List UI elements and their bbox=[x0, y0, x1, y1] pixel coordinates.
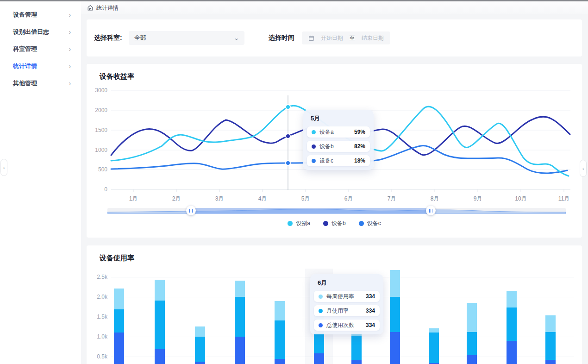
bar-segment-总使用次数[interactable] bbox=[314, 353, 324, 364]
bar-segment-总使用次数[interactable] bbox=[114, 333, 124, 364]
bar-segment-每周使用率[interactable] bbox=[429, 328, 439, 333]
bar-segment-月使用率[interactable] bbox=[275, 320, 285, 359]
bar-segment-每周使用率[interactable] bbox=[275, 301, 285, 320]
department-select[interactable]: 全部 ⌄ bbox=[129, 31, 244, 45]
series-a-dot-icon bbox=[312, 130, 316, 134]
datazoom-slider[interactable] bbox=[107, 207, 566, 214]
bar-segment-月使用率[interactable] bbox=[195, 337, 205, 362]
sidebar-item-label: 设备管理 bbox=[13, 11, 37, 19]
bar-segment-总使用次数[interactable] bbox=[235, 337, 245, 364]
x-tick: 9月 bbox=[474, 195, 482, 203]
time-filter-label: 选择时间 bbox=[269, 34, 294, 42]
sidebar-item-statistics[interactable]: 统计详情 › bbox=[0, 57, 81, 75]
statistics-page: 设备管理 › 设别出借日志 › 科室管理 › 统计详情 › 其他管理 › 统计详… bbox=[0, 0, 588, 364]
y-tick: 1.5k bbox=[89, 314, 107, 320]
gridline bbox=[111, 337, 574, 337]
x-tick: 6月 bbox=[344, 195, 353, 203]
x-tick: 1月 bbox=[129, 195, 138, 203]
bar-segment-总使用次数[interactable] bbox=[467, 355, 477, 364]
sidebar: 设备管理 › 设别出借日志 › 科室管理 › 统计详情 › 其他管理 › bbox=[0, 1, 81, 364]
expand-panel-button[interactable]: › bbox=[0, 159, 7, 176]
tooltip-series-value: 82% bbox=[354, 143, 365, 150]
bar-segment-每周使用率[interactable] bbox=[114, 289, 124, 309]
bar-segment-月使用率[interactable] bbox=[351, 336, 362, 360]
series-b-dot-icon bbox=[312, 144, 316, 149]
home-icon bbox=[87, 5, 94, 11]
collapse-panel-button[interactable]: ‹ bbox=[580, 160, 587, 177]
sidebar-item-lending-log[interactable]: 设别出借日志 › bbox=[0, 23, 81, 40]
legend-item-series-a[interactable]: 设别a bbox=[288, 220, 310, 227]
x-tick: 8月 bbox=[431, 195, 439, 203]
bar-segment-月使用率[interactable] bbox=[545, 332, 556, 360]
chevron-right-icon: › bbox=[3, 165, 5, 170]
bar-segment-总使用次数[interactable] bbox=[390, 332, 400, 364]
end-date-input[interactable]: 结束日期 bbox=[362, 34, 384, 42]
bar-segment-月使用率[interactable] bbox=[507, 308, 517, 340]
bar-segment-每周使用率[interactable] bbox=[467, 303, 477, 332]
legend-label: 设备b bbox=[332, 220, 346, 227]
bar-segment-每周使用率[interactable] bbox=[545, 315, 556, 332]
datazoom-handle-right[interactable] bbox=[426, 206, 436, 215]
usage-tooltip: 6月 每周使用率 334 月使用率 334 总使用次数 334 bbox=[310, 274, 383, 334]
tooltip-series-label: 每周使用率 bbox=[326, 293, 354, 301]
x-tick: 3月 bbox=[215, 195, 224, 203]
window-top-strip bbox=[0, 0, 588, 1]
weekly-usage-dot-icon bbox=[319, 295, 323, 299]
hover-dot-series-a bbox=[286, 105, 290, 109]
bar-segment-月使用率[interactable] bbox=[235, 297, 245, 337]
tooltip-series-label: 总使用次数 bbox=[326, 321, 354, 329]
bar-segment-月使用率[interactable] bbox=[314, 333, 324, 353]
datazoom-wave bbox=[107, 207, 566, 214]
tooltip-series-value: 334 bbox=[366, 308, 375, 314]
y-tick: 0.5k bbox=[89, 353, 107, 360]
sidebar-item-device-management[interactable]: 设备管理 › bbox=[0, 6, 81, 23]
series-c-dot-icon bbox=[312, 159, 316, 163]
sidebar-item-other-management[interactable]: 其他管理 › bbox=[0, 75, 81, 92]
tooltip-series-label: 月使用率 bbox=[326, 307, 349, 315]
bar-segment-总使用次数[interactable] bbox=[507, 341, 517, 364]
revenue-chart-card: 设备收益率 3000 2000 1500 1000 500 0 bbox=[87, 64, 582, 238]
sidebar-item-label: 科室管理 bbox=[13, 45, 37, 53]
bar-segment-月使用率[interactable] bbox=[390, 297, 400, 332]
chevron-right-icon: › bbox=[69, 28, 71, 36]
y-tick: 1.0k bbox=[89, 333, 107, 340]
bar-segment-总使用次数[interactable] bbox=[195, 362, 205, 364]
sidebar-item-label: 其他管理 bbox=[13, 79, 37, 88]
date-range-picker[interactable]: 开始日期 至 结束日期 bbox=[302, 31, 390, 44]
bar-segment-每周使用率[interactable] bbox=[235, 281, 245, 297]
breadcrumb[interactable]: 统计详情 bbox=[87, 4, 119, 12]
legend-dot-icon bbox=[323, 221, 328, 226]
legend-item-series-b[interactable]: 设备b bbox=[323, 220, 346, 227]
bar-segment-总使用次数[interactable] bbox=[545, 360, 556, 364]
tooltip-row: 设备a 59% bbox=[307, 126, 370, 138]
bar-segment-每周使用率[interactable] bbox=[155, 280, 165, 301]
bar-segment-月使用率[interactable] bbox=[114, 309, 124, 333]
calendar-icon bbox=[308, 35, 314, 41]
legend-item-series-c[interactable]: 设备c bbox=[359, 220, 381, 227]
bar-segment-总使用次数[interactable] bbox=[275, 359, 285, 364]
y-tick: 2.0k bbox=[89, 294, 107, 300]
date-range-separator: 至 bbox=[350, 34, 355, 42]
bar-segment-月使用率[interactable] bbox=[429, 333, 439, 363]
tooltip-series-value: 59% bbox=[354, 129, 365, 135]
revenue-tooltip: 5月 设备a 59% 设备b 82% 设备c 18% bbox=[303, 110, 374, 170]
sidebar-item-department-management[interactable]: 科室管理 › bbox=[0, 40, 81, 57]
department-select-value: 全部 bbox=[134, 34, 146, 42]
sidebar-item-label: 统计详情 bbox=[13, 62, 37, 70]
x-tick: 4月 bbox=[258, 195, 267, 203]
datazoom-handle-left[interactable] bbox=[186, 206, 196, 215]
bar-segment-总使用次数[interactable] bbox=[155, 349, 165, 364]
x-tick: 7月 bbox=[388, 195, 396, 203]
legend-label: 设备c bbox=[367, 220, 381, 227]
bar-segment-每周使用率[interactable] bbox=[195, 326, 205, 337]
bar-segment-总使用次数[interactable] bbox=[351, 360, 362, 364]
gridline bbox=[111, 357, 574, 357]
x-tick: 2月 bbox=[172, 195, 181, 203]
start-date-input[interactable]: 开始日期 bbox=[321, 34, 343, 42]
tooltip-series-value: 334 bbox=[366, 322, 375, 328]
bar-segment-每周使用率[interactable] bbox=[390, 270, 400, 297]
bar-segment-月使用率[interactable] bbox=[155, 301, 165, 349]
bar-segment-月使用率[interactable] bbox=[467, 332, 477, 356]
usage-chart-card: 设备使用率 2.5k 2.0k 1.5k 1.0k 0.5k 6月 每周使用率 … bbox=[87, 245, 582, 364]
bar-segment-每周使用率[interactable] bbox=[507, 291, 517, 308]
